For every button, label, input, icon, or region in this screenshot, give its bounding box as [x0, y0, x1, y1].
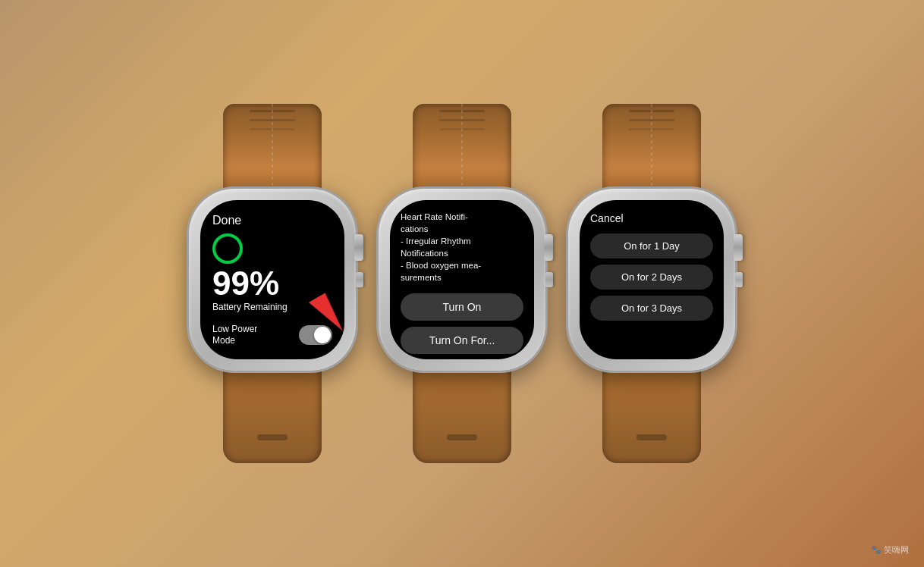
band-bottom-2	[413, 365, 511, 463]
arrow-container	[318, 295, 337, 337]
watermark-icon: 🐾	[871, 545, 882, 554]
side-button-2	[545, 272, 553, 287]
side-button-3	[735, 272, 743, 287]
band-top-3	[602, 104, 701, 195]
watch-screen-2: Heart Rate Notifi-cations- Irregular Rhy…	[390, 200, 534, 359]
watch-2: Heart Rate Notifi-cations- Irregular Rhy…	[379, 104, 545, 463]
watch-case-3: Cancel On for 1 Day On for 2 Days On for…	[568, 189, 735, 371]
done-label[interactable]: Done	[212, 214, 332, 227]
watch-case-1: Done 99% Battery Remaining Low PowerMode	[189, 189, 356, 371]
low-power-label: Low PowerMode	[212, 324, 257, 346]
feature-description: Heart Rate Notifi-cations- Irregular Rhy…	[401, 211, 523, 284]
option-2-days[interactable]: On for 2 Days	[590, 265, 713, 290]
watch-1: Done 99% Battery Remaining Low PowerMode	[189, 104, 356, 463]
watch-case-2: Heart Rate Notifi-cations- Irregular Rhy…	[379, 189, 545, 371]
crown-2	[544, 234, 553, 261]
watermark: 🐾 笑嗨网	[871, 544, 909, 556]
turn-on-button[interactable]: Turn On	[401, 293, 523, 321]
battery-ring	[212, 233, 243, 264]
watch-screen-3: Cancel On for 1 Day On for 2 Days On for…	[580, 200, 724, 359]
option-3-days[interactable]: On for 3 Days	[590, 296, 713, 321]
scene: Done 99% Battery Remaining Low PowerMode	[0, 0, 924, 567]
cancel-label[interactable]: Cancel	[590, 212, 713, 224]
battery-percent: 99%	[212, 267, 332, 300]
crown-3	[734, 234, 743, 261]
crown-1	[354, 234, 363, 261]
band-top-1	[223, 104, 322, 195]
band-bottom-1	[223, 365, 322, 463]
side-button-1	[356, 272, 363, 287]
option-1-day[interactable]: On for 1 Day	[590, 233, 713, 258]
band-bottom-3	[602, 365, 701, 463]
watermark-text: 笑嗨网	[884, 545, 909, 554]
watch-3: Cancel On for 1 Day On for 2 Days On for…	[568, 104, 735, 463]
band-top-2	[413, 104, 511, 195]
turn-on-for-button[interactable]: Turn On For...	[401, 327, 523, 354]
low-power-row: Low PowerMode	[212, 324, 332, 346]
